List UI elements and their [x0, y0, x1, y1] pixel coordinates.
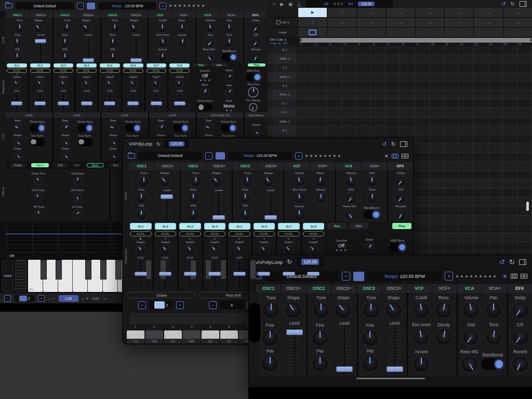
- octave-plus-button[interactable]: +: [38, 295, 45, 302]
- loop-sync-icon[interactable]: ↻: [156, 141, 161, 147]
- gate7-knob[interactable]: [152, 79, 161, 88]
- level-slider[interactable]: [130, 37, 142, 62]
- tab-osc3[interactable]: OSC3+: [258, 162, 284, 170]
- view-keyboard-icon[interactable]: [511, 274, 517, 278]
- level-slider[interactable]: [34, 37, 47, 62]
- rate-knob[interactable]: [156, 123, 166, 132]
- env-amnt-knob[interactable]: [413, 328, 431, 347]
- reso-knob[interactable]: [434, 301, 453, 320]
- accent-slide-button-5[interactable]: AC/SL: [229, 231, 250, 237]
- tab-osc2[interactable]: OSC2: [181, 162, 207, 170]
- quantize-control[interactable]: QuantizeOff: [200, 69, 210, 81]
- clip-cell[interactable]: +: [327, 8, 356, 17]
- note-label-cell[interactable]: G -1: [273, 82, 297, 90]
- rate-knob[interactable]: [13, 123, 22, 132]
- tune-knob[interactable]: [242, 176, 254, 188]
- tune-knob[interactable]: [190, 176, 202, 188]
- view-sun-icon[interactable]: ☀: [384, 153, 389, 159]
- fine-knob[interactable]: [60, 37, 70, 48]
- black-key[interactable]: [56, 260, 62, 280]
- tab-osc3[interactable]: OSC3+: [125, 11, 149, 18]
- black-key[interactable]: [220, 260, 227, 280]
- fx-tab-sync[interactable]: Sync: [87, 163, 104, 167]
- view-keyboard-icon[interactable]: [392, 154, 398, 158]
- bassboost-toggle[interactable]: [481, 358, 504, 370]
- level-slider[interactable]: [285, 327, 304, 375]
- note-grid-cell[interactable]: [297, 73, 532, 81]
- slider-thumb[interactable]: [258, 272, 270, 276]
- step-button-1[interactable]: St.1: [7, 63, 27, 68]
- pw-knob[interactable]: [108, 52, 118, 62]
- speed-box[interactable]: 1.00: [59, 295, 78, 302]
- tab-osc3[interactable]: OSC3+: [382, 284, 407, 293]
- slider-thumb[interactable]: [135, 272, 147, 276]
- preset-box[interactable]: Default.Default: [16, 2, 74, 9]
- accent-slide-button-2[interactable]: AC/SL: [30, 69, 50, 73]
- cv5-slider[interactable]: [103, 94, 116, 111]
- fx-tab-c-f[interactable]: C/F+: [72, 163, 81, 167]
- pan-knob[interactable]: [485, 301, 503, 320]
- gate-knob[interactable]: [224, 88, 233, 97]
- slider-thumb[interactable]: [35, 39, 46, 43]
- shape-knob[interactable]: [159, 176, 171, 188]
- env-amnt-knob[interactable]: [294, 192, 305, 204]
- preset-color-swatch[interactable]: [87, 3, 95, 9]
- decay-knob[interactable]: [315, 192, 327, 204]
- tab-osc2[interactable]: OSC2: [54, 11, 77, 18]
- slider-thumb[interactable]: [283, 272, 295, 276]
- tune-knob[interactable]: [262, 301, 280, 320]
- accent-slide-button-4[interactable]: AC/SL: [76, 69, 97, 73]
- slider-thumb[interactable]: [83, 58, 94, 62]
- tune-knob[interactable]: [62, 23, 72, 33]
- tempo-box[interactable]: Tempo120.00 BPM: [367, 271, 442, 281]
- octave-minus-button[interactable]: −: [4, 295, 11, 302]
- tone-knob[interactable]: [366, 192, 378, 204]
- slider-thumb[interactable]: [208, 272, 221, 276]
- delay-knob[interactable]: [13, 151, 22, 160]
- tune-knob[interactable]: [15, 23, 25, 33]
- tune-knob[interactable]: [312, 301, 330, 320]
- tune-knob[interactable]: [138, 176, 150, 188]
- clip-cell[interactable]: ---: [386, 18, 415, 27]
- accent-slide-button-7[interactable]: AC/SL: [278, 231, 300, 237]
- accent-knob[interactable]: [413, 355, 431, 374]
- clip-cell[interactable]: →: [327, 28, 356, 37]
- view-pads-icon[interactable]: [521, 274, 527, 278]
- cutoff-knob[interactable]: [157, 23, 168, 33]
- accent-slide-button-2[interactable]: AC/SL: [155, 231, 177, 237]
- delay-time-knob[interactable]: [34, 176, 43, 185]
- steps-knob[interactable]: [364, 242, 375, 252]
- accent-slide-button-6[interactable]: AC/SL: [254, 231, 275, 237]
- view-pads-icon[interactable]: [402, 154, 408, 158]
- volume-knob[interactable]: [345, 176, 357, 188]
- rate-knob[interactable]: [200, 87, 210, 98]
- octave-plus-button[interactable]: +: [176, 301, 184, 309]
- page-dots[interactable]: [169, 5, 204, 7]
- black-key[interactable]: [250, 260, 256, 280]
- level-slider[interactable]: [335, 327, 354, 375]
- cutoff-knob[interactable]: [294, 176, 305, 188]
- tempo-sync-toggle[interactable]: [125, 124, 141, 132]
- pw-knob[interactable]: [188, 208, 200, 220]
- gate6-knob[interactable]: [259, 245, 269, 255]
- redo-icon[interactable]: ↻: [511, 1, 515, 7]
- note-label-cell[interactable]: G#/Ab -1: [273, 73, 297, 81]
- preset-plus-button[interactable]: +: [295, 152, 302, 159]
- gate4-knob[interactable]: [209, 245, 220, 255]
- screen-edge-handle[interactable]: [526, 202, 529, 211]
- c-f-knob[interactable]: [251, 37, 261, 48]
- tab-osc1[interactable]: OSC1: [256, 284, 281, 293]
- step-button-3[interactable]: St.3: [54, 63, 74, 68]
- cv7-slider[interactable]: [150, 94, 163, 111]
- hold-button[interactable]: Hold: [92, 297, 99, 300]
- preset-plus-button[interactable]: +: [159, 3, 166, 9]
- reverb-knob[interactable]: [395, 209, 407, 221]
- fine-knob[interactable]: [261, 329, 279, 347]
- clip-cell[interactable]: ---: [357, 18, 385, 27]
- dist-knob[interactable]: [205, 37, 216, 48]
- clip-cell[interactable]: ---: [327, 18, 356, 27]
- tab-osc2[interactable]: OSC2+: [331, 284, 356, 293]
- volume-knob[interactable]: [205, 23, 216, 33]
- redo-icon[interactable]: ↻: [509, 258, 515, 266]
- accent-slide-button-6[interactable]: AC/SL: [123, 69, 143, 73]
